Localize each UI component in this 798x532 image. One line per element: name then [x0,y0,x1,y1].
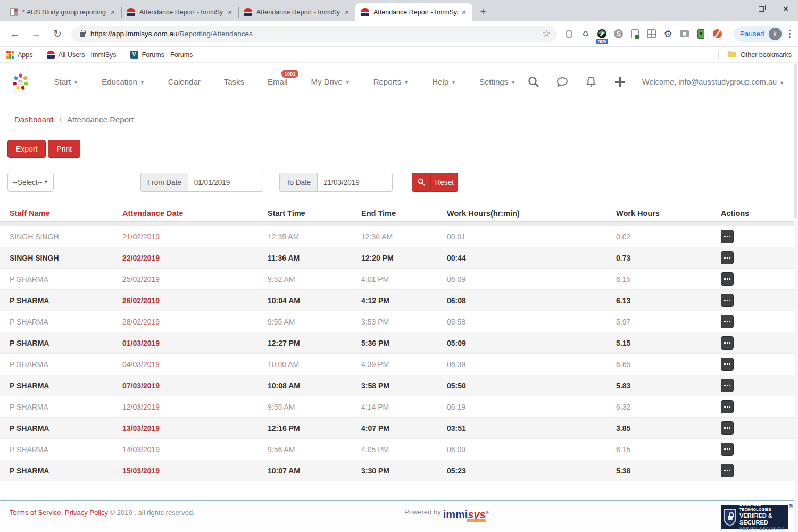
end-time-cell: 12:20 PM [361,254,447,262]
attendance-date-link[interactable]: 15/03/2019 [122,467,268,475]
speedtest-extension-icon[interactable]: New [596,28,608,40]
menu-item-calendar[interactable]: Calendar [156,77,212,86]
pluckeye-extension-icon[interactable] [712,28,724,40]
seal-verify-link[interactable]: VERIFY SECURITY [739,527,785,531]
staff-select[interactable]: --Select-- ▼ [7,173,54,192]
back-icon[interactable]: ← [6,26,23,43]
attendance-date-link[interactable]: 14/03/2019 [122,445,268,454]
url-text[interactable]: https://app.immisys.com.au/Reporting/Att… [90,30,253,38]
menu-item-help[interactable]: Help▼ [420,77,468,86]
row-actions-button[interactable] [721,294,734,307]
reload-icon[interactable]: ↻ [49,26,66,43]
header-attendance-date[interactable]: Attendance Date [122,209,268,218]
forward-icon[interactable]: → [28,26,45,43]
address-bar[interactable]: https://app.immisys.com.au/Reporting/Att… [71,26,557,42]
grid-extension-icon[interactable] [646,28,658,40]
table-row: P SHARMA 28/02/2019 9:55 AM 3:53 PM 05:5… [0,311,798,332]
menu-item-tasks[interactable]: Tasks [212,77,256,86]
user-menu[interactable]: Welcome, info@ausstudygroup.com.au▼ [642,78,784,86]
add-icon[interactable] [613,76,626,88]
terms-of-service-link[interactable]: Terms of Service. [10,509,63,517]
restore-button[interactable] [749,0,774,18]
row-actions-button[interactable] [721,379,734,392]
tab-close-icon[interactable]: ✕ [343,8,351,16]
browser-tab-recording[interactable]: * AUS Study group reporting tha ✕ [4,3,121,21]
apps-shortcut[interactable]: Apps [6,51,33,59]
row-actions-button[interactable] [721,336,734,350]
chat-icon[interactable] [556,76,569,88]
camera-extension-icon[interactable] [679,28,691,40]
staff-name-cell: P SHARMA [10,381,122,390]
start-time-cell: 10:04 AM [268,296,361,305]
menu-item-email[interactable]: Email1001 [256,77,300,86]
tab-close-icon[interactable]: ✕ [460,8,468,16]
bookmark-star-icon[interactable]: ☆ [542,28,550,39]
verified-secured-seal[interactable]: STARFIELD TECHNOLOGIES VERIFIED & SECURE… [721,505,788,529]
recycle-extension-icon[interactable]: ♻ [580,28,592,40]
start-time-cell: 9:52 AM [268,275,361,284]
breadcrumb-dashboard-link[interactable]: Dashboard [14,115,53,124]
other-bookmarks-button[interactable]: Other bookmarks [718,50,792,60]
print-button[interactable]: Print [48,140,80,158]
skype-extension-icon[interactable]: S [613,28,625,40]
scrollbar[interactable] [794,63,798,532]
reset-button[interactable]: Reset [431,173,458,192]
gear-extension-icon[interactable]: ⚙ [662,28,674,40]
document-extension-icon[interactable] [629,28,641,40]
bell-icon[interactable] [585,76,597,88]
attendance-date-link[interactable]: 04/03/2019 [122,360,268,369]
export-button[interactable]: Export [7,140,46,158]
aus-study-group-logo[interactable]: AUS STUDY GROUP [13,68,29,96]
privacy-policy-link[interactable]: Privacy Policy [65,509,108,517]
svg-text:GROUP: GROUP [18,84,23,86]
attendance-date-link[interactable]: 26/02/2019 [122,296,268,305]
row-actions-button[interactable] [721,272,734,286]
attendance-date-link[interactable]: 01/03/2019 [122,339,268,347]
browser-tab-attendance-active[interactable]: Attendance Report - ImmiSys ✕ [355,3,472,21]
tab-close-icon[interactable]: ✕ [109,8,117,16]
browser-tab-attendance-2[interactable]: Attendance Report - ImmiSys ✕ [238,3,355,21]
lock-icon[interactable] [80,32,85,37]
attendance-date-link[interactable]: 21/02/2019 [122,232,268,241]
menu-item-my-drive[interactable]: My Drive▼ [300,77,362,86]
menu-item-start[interactable]: Start▼ [43,77,90,86]
scrollbar-thumb[interactable] [794,64,797,218]
row-actions-button[interactable] [721,230,734,243]
browser-menu-icon[interactable] [789,30,791,38]
to-date-input[interactable] [317,173,393,192]
row-actions-button[interactable] [721,251,734,264]
table-row: SINGH SINGH 21/02/2019 12:35 AM 12:36 AM… [0,226,798,247]
attendance-date-link[interactable]: 13/03/2019 [122,424,268,433]
attendance-date-link[interactable]: 22/02/2019 [122,254,268,262]
attendance-date-link[interactable]: 28/02/2019 [122,318,268,326]
row-actions-button[interactable] [721,400,734,413]
attendance-date-link[interactable]: 12/03/2019 [122,403,268,411]
profile-avatar[interactable]: k [769,28,782,40]
sync-paused-button[interactable]: Paused k [734,26,784,42]
row-actions-button[interactable] [721,421,734,435]
search-icon[interactable] [527,76,540,88]
row-actions-button[interactable] [721,443,734,456]
close-button[interactable]: ✕ [774,0,798,18]
row-actions-button[interactable] [721,315,734,328]
immisys-logo[interactable]: immisys® [443,508,489,519]
bookmark-all-users[interactable]: All Users - ImmiSys [47,51,117,59]
menu-item-education[interactable]: Education▼ [90,77,156,86]
row-actions-button[interactable] [721,464,734,477]
minimize-button[interactable]: ─ [725,0,749,18]
bookmark-forums[interactable]: V Forums - Forums [130,51,193,59]
oval-extension-icon[interactable] [563,28,575,40]
attendance-date-link[interactable]: 07/03/2019 [122,381,268,390]
row-actions-button[interactable] [721,358,734,371]
browser-tab-attendance-1[interactable]: Attendance Report - ImmiSys ✕ [121,3,238,21]
phone-extension-icon[interactable] [695,28,707,40]
from-date-input[interactable] [188,173,263,192]
menu-item-reports[interactable]: Reports▼ [362,77,420,86]
new-tab-button[interactable]: + [476,4,491,19]
header-staff-name[interactable]: Staff Name [10,209,122,218]
tab-close-icon[interactable]: ✕ [226,8,234,16]
attendance-date-link[interactable]: 25/02/2019 [122,275,268,284]
table-row: SINGH SINGH 22/02/2019 11:36 AM 12:20 PM… [0,247,798,269]
search-button[interactable] [412,173,431,192]
menu-item-settings[interactable]: Settings▼ [468,77,527,86]
